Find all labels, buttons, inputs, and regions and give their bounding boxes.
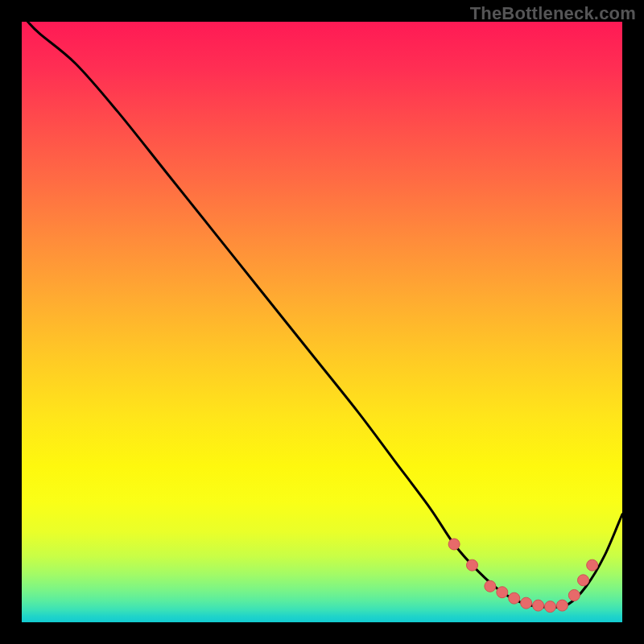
- data-marker: [448, 539, 460, 550]
- plot-area: [22, 22, 622, 622]
- data-marker: [544, 601, 555, 613]
- curve-layer: [22, 22, 622, 622]
- data-marker: [556, 600, 568, 611]
- data-marker: [578, 575, 589, 586]
- watermark-text: TheBottleneck.com: [470, 3, 636, 24]
- data-marker: [497, 587, 508, 598]
- data-marker: [509, 592, 520, 604]
- bottleneck-curve: [27, 22, 622, 607]
- data-marker: [467, 559, 478, 571]
- chart-frame: TheBottleneck.com: [0, 0, 644, 644]
- data-marker: [521, 597, 532, 609]
- data-marker: [587, 559, 598, 571]
- data-marker: [568, 589, 580, 601]
- data-marker: [485, 580, 496, 592]
- data-markers: [448, 539, 598, 613]
- data-marker: [533, 600, 544, 611]
